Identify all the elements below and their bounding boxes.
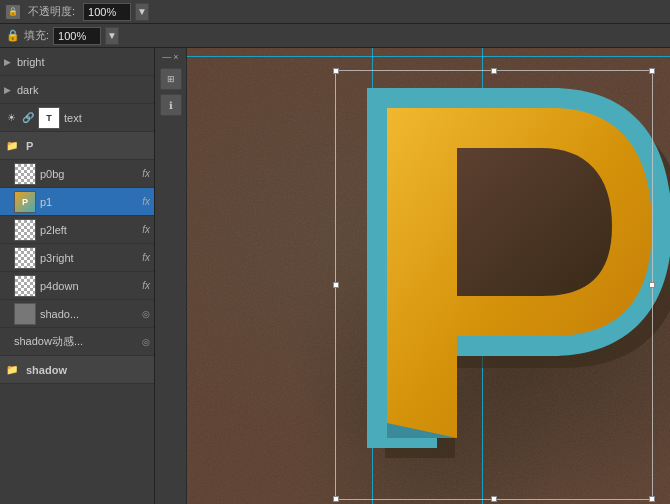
layer-shadow-dynamic[interactable]: shadow动感... ◎ <box>0 328 154 356</box>
fill-control: ▼ <box>53 27 119 45</box>
thumb-p0bg <box>14 163 36 185</box>
fx-p2left: fx <box>142 224 150 235</box>
mini-close-btn[interactable]: × <box>173 52 178 62</box>
lock-icon: 🔒 <box>6 5 20 19</box>
layer-text-name: text <box>64 112 150 124</box>
opacity-label: 不透明度: <box>28 4 75 19</box>
layer-p2left-name: p2left <box>40 224 138 236</box>
layer-p3right[interactable]: p3right fx <box>0 244 154 272</box>
fill-row: 🔒 填充: ▼ <box>6 27 119 45</box>
thumb-shadow1 <box>14 303 36 325</box>
fill-label: 填充: <box>24 28 49 43</box>
fx-p1: fx <box>142 196 150 207</box>
opacity-input[interactable] <box>83 3 131 21</box>
layer-shadow1-name: shado... <box>40 308 138 320</box>
layer-p2left[interactable]: p2left fx <box>0 216 154 244</box>
mini-panel-header: — × <box>162 52 178 62</box>
canvas-area <box>187 48 670 504</box>
layer-shadow-group-name: shadow <box>26 364 150 376</box>
layers-panel: ▶ bright ▶ dark ☀ 🔗 T text 📁 P p0bg fx <box>0 48 155 504</box>
layer-text[interactable]: ☀ 🔗 T text <box>0 104 154 132</box>
thumb-p2left <box>14 219 36 241</box>
layer-p-group-name: P <box>26 140 150 152</box>
opacity-bar: 🔒 不透明度: ▼ <box>0 0 670 24</box>
link-icon-text: 🔗 <box>22 112 34 123</box>
thumb-p1: P <box>14 191 36 213</box>
thumb-p4down <box>14 275 36 297</box>
layer-shadow1[interactable]: shado... ◎ <box>0 300 154 328</box>
layer-p-group[interactable]: 📁 P <box>0 132 154 160</box>
layer-p3right-name: p3right <box>40 252 138 264</box>
folder-icon2: 📁 <box>6 364 18 375</box>
layer-dark-name: dark <box>17 84 150 96</box>
mini-btn-info[interactable]: ℹ <box>160 94 182 116</box>
fx-p3right: fx <box>142 252 150 263</box>
mini-btn-layers[interactable]: ⊞ <box>160 68 182 90</box>
lock-icon2: 🔒 <box>6 29 20 42</box>
layer-bright[interactable]: ▶ bright <box>0 48 154 76</box>
main-content: ▶ bright ▶ dark ☀ 🔗 T text 📁 P p0bg fx <box>0 48 670 504</box>
layer-p0bg-name: p0bg <box>40 168 138 180</box>
fill-input[interactable] <box>53 27 101 45</box>
collapse-icon: ▶ <box>4 57 11 67</box>
fill-bar: 🔒 填充: ▼ <box>0 24 670 48</box>
layer-p1-name: p1 <box>40 196 138 208</box>
folder-icon: 📁 <box>6 140 18 151</box>
layer-p0bg[interactable]: p0bg fx <box>0 160 154 188</box>
p-hole <box>457 148 612 296</box>
opacity-control: ▼ <box>83 3 149 21</box>
fill-dropdown[interactable]: ▼ <box>105 27 119 45</box>
layer-p4down[interactable]: p4down fx <box>0 272 154 300</box>
collapse-icon2: ▶ <box>4 85 11 95</box>
opacity-dropdown[interactable]: ▼ <box>135 3 149 21</box>
fx-p0bg: fx <box>142 168 150 179</box>
mini-minimize-btn[interactable]: — <box>162 52 171 62</box>
shadow-dynamic-eye: ◎ <box>142 337 150 347</box>
guide-horizontal-1 <box>187 56 670 57</box>
thumb-p3right <box>14 247 36 269</box>
mini-panel: — × ⊞ ℹ <box>155 48 187 504</box>
layer-bright-name: bright <box>17 56 150 68</box>
layer-p1[interactable]: P p1 fx <box>0 188 154 216</box>
layer-shadow-group[interactable]: 📁 shadow <box>0 356 154 384</box>
layer-shadow-dynamic-name: shadow动感... <box>14 334 138 349</box>
eye-icon-text[interactable]: ☀ <box>4 111 18 125</box>
layer-p4down-name: p4down <box>40 280 138 292</box>
fx-p4down: fx <box>142 280 150 291</box>
thumb-text: T <box>38 107 60 129</box>
layer-dark[interactable]: ▶ dark <box>0 76 154 104</box>
shadow1-eye: ◎ <box>142 309 150 319</box>
p-letter-svg <box>337 68 670 504</box>
